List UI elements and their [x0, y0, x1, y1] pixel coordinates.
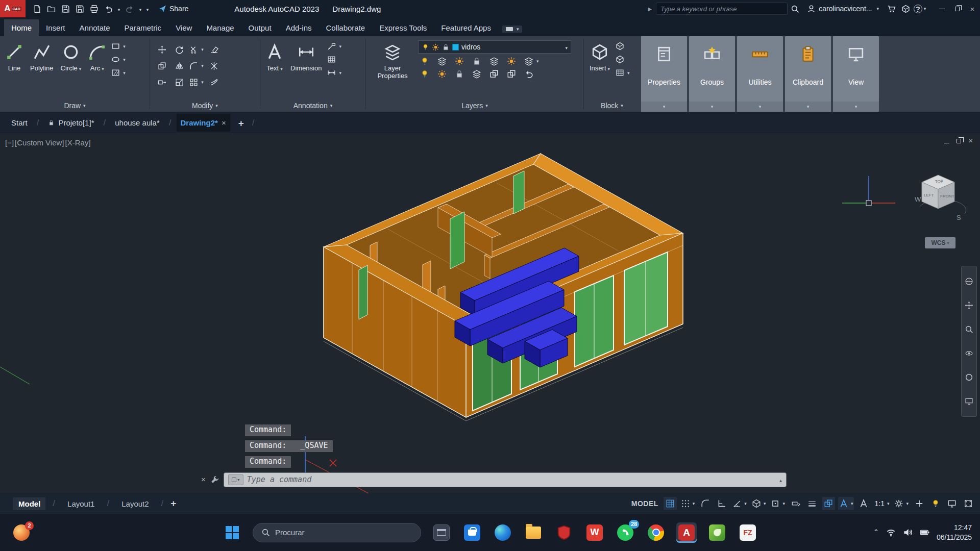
taskbar-search-input[interactable] — [275, 528, 387, 537]
widgets-icon[interactable]: 2 — [13, 524, 30, 541]
annotation-panel-label[interactable]: Annotation — [260, 99, 365, 112]
trim-tool[interactable] — [188, 45, 205, 55]
pan-icon[interactable] — [965, 301, 973, 310]
green-app[interactable] — [707, 522, 727, 543]
filezilla-app[interactable]: FZ — [738, 522, 758, 543]
whatsapp-app[interactable]: 28 — [615, 522, 635, 543]
antivirus-app[interactable] — [554, 522, 574, 543]
search-button[interactable] — [788, 2, 802, 16]
grid-display-toggle[interactable] — [664, 497, 677, 510]
tab-add-ins[interactable]: Add-ins — [279, 19, 319, 36]
properties-panel-caret[interactable] — [641, 102, 687, 112]
workspace-switching-button[interactable] — [893, 497, 910, 510]
task-view-app[interactable] — [431, 522, 452, 543]
text-tool[interactable]: Text — [263, 39, 286, 74]
doc-restore-button[interactable] — [957, 137, 961, 145]
help-search-input[interactable] — [656, 3, 788, 15]
share-button[interactable]: Share — [158, 5, 188, 13]
orbit-icon[interactable] — [965, 349, 973, 358]
navigation-bar[interactable] — [961, 266, 977, 417]
layer-walk-tool[interactable] — [523, 56, 540, 66]
change-to-current-layer-tool[interactable] — [488, 69, 500, 79]
taskbar-search[interactable] — [253, 523, 421, 542]
dimension-style-tool[interactable] — [326, 68, 342, 78]
plot-button[interactable] — [88, 3, 100, 15]
annotation-monitor-toggle[interactable] — [913, 497, 926, 510]
drawing-area[interactable]: [−] [Custom View] [X-Ray] W S TOP LEFT F… — [0, 133, 980, 493]
edit-block-tool[interactable] — [615, 55, 631, 64]
tab-home[interactable]: Home — [4, 19, 39, 36]
tab-output[interactable]: Output — [241, 19, 279, 36]
move-tool[interactable] — [157, 45, 167, 55]
panel-view[interactable]: View — [833, 36, 879, 112]
new-layout-button[interactable] — [170, 498, 176, 509]
file-tab-drawing2[interactable]: Drawing2* — [177, 114, 230, 132]
clipboard-panel-caret[interactable] — [785, 102, 831, 112]
view-control[interactable]: [Custom View] — [15, 138, 64, 147]
close-tab-icon[interactable] — [222, 118, 226, 127]
new-drawing-button[interactable] — [31, 3, 43, 15]
new-tab-button[interactable] — [235, 116, 247, 130]
recent-commands-chip[interactable] — [228, 474, 243, 485]
wps-writer-app[interactable]: W — [584, 522, 605, 543]
arc-tool[interactable]: Arc — [86, 39, 108, 74]
show-motion-icon[interactable] — [965, 397, 973, 406]
start-button[interactable] — [222, 522, 242, 543]
rotate-tool[interactable] — [174, 45, 185, 55]
wifi-icon[interactable] — [886, 528, 896, 537]
microsoft-store-app[interactable] — [462, 522, 482, 543]
layer-lock-tool[interactable] — [471, 56, 482, 66]
restore-button[interactable] — [949, 0, 965, 17]
erase-tool[interactable] — [209, 45, 219, 55]
hatch-tool[interactable] — [110, 68, 127, 78]
wcs-dropdown[interactable]: WCS — [925, 237, 955, 248]
fillet-tool[interactable] — [188, 61, 205, 71]
layer-isolate-tool[interactable] — [436, 56, 448, 66]
open-button[interactable] — [45, 3, 57, 15]
autocad-app[interactable]: A — [676, 522, 697, 543]
modify-panel-label[interactable]: Modify — [150, 99, 260, 112]
tab-featured-apps[interactable]: Featured Apps — [434, 19, 498, 36]
create-block-tool[interactable] — [615, 41, 631, 51]
object-snap-toggle[interactable] — [770, 497, 786, 510]
command-history-expand-icon[interactable] — [779, 475, 782, 484]
clean-screen-button[interactable] — [962, 497, 975, 510]
panel-groups[interactable]: Groups — [689, 36, 735, 112]
polyline-tool[interactable]: Polyline — [28, 39, 56, 74]
taskbar-widgets[interactable]: 2 — [13, 524, 30, 541]
file-tab-uhouse[interactable]: uhouse aula* — [111, 114, 164, 132]
layer-unisolate-tool[interactable] — [471, 69, 482, 79]
doc-close-button[interactable] — [968, 136, 973, 145]
isometric-drafting-toggle[interactable] — [751, 497, 767, 510]
redo-button[interactable] — [124, 3, 136, 15]
doc-minimize-button[interactable] — [944, 137, 949, 145]
close-command-line-icon[interactable] — [201, 474, 206, 485]
make-current-layer-tool[interactable] — [506, 56, 517, 66]
annotation-scale-button[interactable]: 1:1 — [873, 497, 890, 510]
mirror-tool[interactable] — [174, 61, 185, 71]
leader-tool[interactable] — [326, 41, 342, 51]
layer-freeze-tool[interactable] — [454, 56, 465, 66]
viewcube[interactable]: W S TOP LEFT FRONT — [910, 167, 976, 228]
lineweight-toggle[interactable] — [805, 497, 819, 510]
zoom-icon[interactable] — [965, 325, 973, 334]
layer-dropdown[interactable]: vidros — [418, 40, 571, 54]
model-space-scene[interactable] — [0, 133, 980, 493]
application-menu-button[interactable]: A CAD — [0, 0, 26, 17]
hidden-icons-chevron[interactable]: ⌃ — [873, 528, 879, 536]
app-store-cart-button[interactable] — [884, 2, 898, 16]
model-space-label[interactable]: MODEL — [631, 499, 658, 508]
turn-all-layers-on-tool[interactable] — [419, 69, 430, 79]
table-tool[interactable] — [326, 55, 342, 64]
dynamic-input-toggle[interactable] — [789, 497, 802, 510]
layout1-tab[interactable]: Layout1 — [62, 497, 100, 510]
volume-icon[interactable] — [903, 528, 913, 537]
help-menu[interactable]: ? — [913, 2, 927, 16]
dimension-tool[interactable]: Dimension — [288, 39, 324, 74]
command-input[interactable]: Type a command — [224, 473, 786, 487]
copy-to-layer-tool[interactable] — [506, 69, 517, 79]
tab-collaborate[interactable]: Collaborate — [318, 19, 372, 36]
isolate-objects-button[interactable] — [929, 497, 942, 510]
groups-panel-caret[interactable] — [689, 102, 735, 112]
autodesk-access-button[interactable] — [898, 2, 913, 16]
